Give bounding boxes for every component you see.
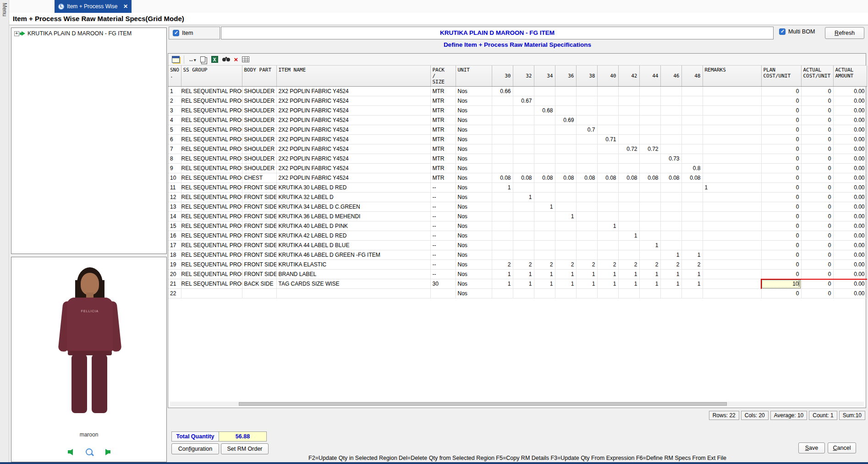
grid-header-cell[interactable]: 44	[639, 66, 660, 87]
grid-cell[interactable]: 0	[801, 125, 833, 135]
grid-cell[interactable]	[639, 212, 660, 221]
grid-cell[interactable]: MTR	[430, 135, 456, 144]
grid-cell[interactable]: 20	[168, 270, 181, 279]
grid-cell[interactable]: 2	[492, 260, 513, 270]
grid-cell[interactable]	[660, 116, 681, 125]
grid-header-cell[interactable]: BODY PART	[242, 66, 276, 87]
grid-cell[interactable]	[492, 164, 513, 173]
grid-cell[interactable]	[597, 183, 618, 193]
zoom-image-icon[interactable]	[86, 448, 93, 455]
grid-cell[interactable]: 0.66	[492, 87, 513, 96]
grid-cell[interactable]	[597, 164, 618, 173]
grid-cell[interactable]: 0.67	[513, 96, 534, 106]
grid-cell[interactable]: REL SEQUENTIAL PROCESS	[181, 241, 242, 250]
grid-cell[interactable]	[555, 106, 576, 116]
grid-cell[interactable]	[513, 231, 534, 241]
grid-cell[interactable]: 1	[681, 270, 703, 279]
grid-cell[interactable]: 2X2 POPLIN FABRIC Y4524	[276, 125, 430, 135]
grid-cell[interactable]: REL SEQUENTIAL PROCESS	[181, 164, 242, 173]
grid-cell[interactable]: KRUTIKA 36 LABEL D MEHENDI	[276, 212, 430, 221]
grid-cell[interactable]: Nos	[456, 221, 492, 231]
grid-cell[interactable]: 0	[761, 221, 801, 231]
grid-cell[interactable]: 1	[492, 279, 513, 289]
grid-cell[interactable]: Nos	[456, 144, 492, 154]
grid-cell[interactable]: 0	[801, 202, 833, 212]
grid-cell[interactable]: REL SEQUENTIAL PROCESS	[181, 212, 242, 221]
grid-cell[interactable]: 0.08	[660, 173, 681, 183]
find-icon[interactable]	[222, 58, 226, 61]
grid-cell[interactable]	[555, 125, 576, 135]
grid-header-cell[interactable]: 46	[660, 66, 681, 87]
grid-cell[interactable]: 1	[534, 279, 555, 289]
grid-cell[interactable]: REL SEQUENTIAL PROCESS	[181, 96, 242, 106]
grid-cell[interactable]	[555, 241, 576, 250]
grid-cell[interactable]: 0	[761, 125, 801, 135]
grid-cell[interactable]: 0	[801, 154, 833, 164]
grid-cell[interactable]: 0.00	[833, 279, 867, 289]
grid-cell[interactable]: 0	[801, 173, 833, 183]
grid-cell[interactable]: 18	[168, 250, 181, 260]
grid-cell[interactable]: MTR	[430, 173, 456, 183]
grid-cell[interactable]	[660, 289, 681, 298]
grid-cell[interactable]	[703, 87, 761, 96]
grid-cell[interactable]: 1	[555, 279, 576, 289]
grid-cell[interactable]	[639, 202, 660, 212]
grid-cell[interactable]	[618, 135, 639, 144]
grid-cell[interactable]	[639, 193, 660, 202]
grid-cell[interactable]: REL SEQUENTIAL PROCESS	[181, 144, 242, 154]
grid-header-cell[interactable]: UNIT	[456, 66, 492, 87]
grid-cell[interactable]	[576, 241, 597, 250]
grid-cell[interactable]	[597, 125, 618, 135]
item-name-field[interactable]: KRUTIKA PLAIN D MAROON - FG ITEM	[221, 27, 774, 39]
grid-cell[interactable]	[555, 193, 576, 202]
grid-cell[interactable]: 0.00	[833, 250, 867, 260]
grid-cell[interactable]: 2	[618, 260, 639, 270]
grid-cell[interactable]: 0.00	[833, 212, 867, 221]
grid-cell[interactable]	[681, 96, 703, 106]
grid-cell[interactable]	[639, 116, 660, 125]
tab-item-process-raw[interactable]: Item + Process Wise Raw ... ✕	[55, 0, 132, 13]
grid-cell[interactable]	[639, 96, 660, 106]
grid-cell[interactable]	[576, 193, 597, 202]
grid-cell[interactable]	[681, 183, 703, 193]
grid-cell[interactable]: 0.00	[833, 221, 867, 231]
grid-cell[interactable]: TAG CARDS SIZE WISE	[276, 279, 430, 289]
grid-header-cell[interactable]: 48	[681, 66, 703, 87]
cancel-button[interactable]: Cancel	[828, 442, 856, 453]
grid-cell[interactable]: MTR	[430, 144, 456, 154]
grid-cell[interactable]: 0.00	[833, 164, 867, 173]
grid-cell[interactable]	[555, 202, 576, 212]
grid-cell[interactable]: 0	[801, 279, 833, 289]
grid-cell[interactable]	[492, 106, 513, 116]
grid-cell[interactable]	[703, 250, 761, 260]
grid-cell[interactable]	[242, 289, 276, 298]
grid-cell[interactable]: Nos	[456, 116, 492, 125]
next-image-icon[interactable]	[105, 449, 110, 455]
menu-tab-label[interactable]: Menu	[0, 0, 9, 19]
grid-cell[interactable]: 12	[168, 193, 181, 202]
grid-cell[interactable]: 2X2 POPLIN FABRIC Y4524	[276, 154, 430, 164]
grid-cell[interactable]: 0.00	[833, 183, 867, 193]
grid-cell[interactable]: Nos	[456, 250, 492, 260]
grid-cell[interactable]	[639, 125, 660, 135]
grid-cell[interactable]	[618, 164, 639, 173]
grid-cell[interactable]	[534, 96, 555, 106]
grid-cell[interactable]: 0	[801, 164, 833, 173]
grid-cell[interactable]: FRONT SIDE	[242, 193, 276, 202]
grid-cell[interactable]: 0	[801, 212, 833, 221]
grid-cell[interactable]: 2X2 POPLIN FABRIC Y4524	[276, 106, 430, 116]
grid-cell[interactable]	[703, 193, 761, 202]
grid-cell[interactable]	[492, 202, 513, 212]
grid-cell[interactable]: REL SEQUENTIAL PROCESS	[181, 106, 242, 116]
grid-cell[interactable]	[639, 231, 660, 241]
grid-cell[interactable]	[618, 116, 639, 125]
grid-cell[interactable]: REL SEQUENTIAL PROCESS	[181, 125, 242, 135]
grid-cell[interactable]	[492, 212, 513, 221]
grid-cell[interactable]	[660, 193, 681, 202]
grid-cell[interactable]	[534, 183, 555, 193]
grid-cell[interactable]	[681, 135, 703, 144]
grid-cell[interactable]: SHOULDER	[242, 96, 276, 106]
grid-cell[interactable]: 4	[168, 116, 181, 125]
grid-cell[interactable]: Nos	[456, 202, 492, 212]
grid-cell[interactable]	[555, 221, 576, 231]
